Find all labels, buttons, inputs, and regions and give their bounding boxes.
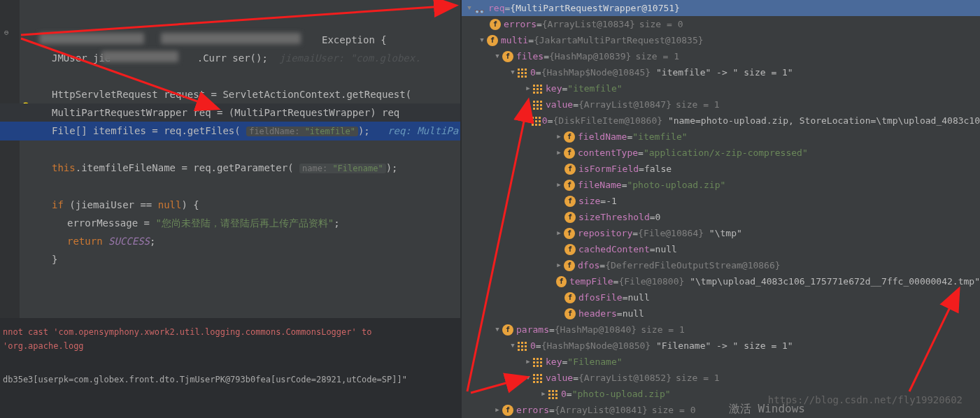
tree-node[interactable]: ftempFile = {File@10800} "\tmp\upload_40… xyxy=(462,273,980,289)
code-area[interactable]: Exception { JMUser jie .Curr ser(); jiem… xyxy=(0,0,460,318)
debugger-variables-panel[interactable]: ▼👓req = {MultiPartRequestWrapper@10751} … xyxy=(462,0,980,418)
tree-node[interactable]: ▼fparams = {HashMap@10840}size = 1 xyxy=(462,322,980,338)
field-icon: f xyxy=(564,212,576,223)
tree-node[interactable]: fisFormField = false xyxy=(462,161,980,177)
list-icon xyxy=(533,84,543,94)
list-icon xyxy=(533,373,543,383)
tree-node[interactable]: fsize = -1 xyxy=(462,193,980,209)
tree-node[interactable]: ▶key = "itemfile" xyxy=(462,80,980,96)
tree-node[interactable]: ▼value = {ArrayList@10847}size = 1 xyxy=(462,96,980,113)
field-icon: f xyxy=(502,51,513,62)
code-text: .Curr ser(); xyxy=(197,52,268,64)
list-icon xyxy=(533,100,543,110)
tree-node[interactable]: ▼0 = {HashMap$Node@10845} "itemfile" -> … xyxy=(462,64,980,80)
tree-node[interactable]: ▶frepository = {File@10864} "\tmp" xyxy=(462,225,980,241)
field-icon: f xyxy=(564,180,575,191)
list-icon xyxy=(532,116,539,126)
field-icon: f xyxy=(564,244,576,255)
list-icon xyxy=(548,389,558,399)
code-line: errorMessage = "您尚未登陆，请登陆后再上传产品资料"; xyxy=(42,214,460,232)
list-icon xyxy=(533,357,543,367)
code-line: } xyxy=(42,250,460,268)
tree-node[interactable]: ▶key = "Filename" xyxy=(462,354,980,370)
field-icon: f xyxy=(564,308,576,319)
console-info-line: db35e3[userpk=com.globex.front.dto.TjmUs… xyxy=(3,373,457,387)
field-icon: f xyxy=(556,276,567,287)
field-icon: f xyxy=(564,147,575,159)
field-icon: f xyxy=(564,260,575,271)
field-icon: f xyxy=(487,35,498,46)
code-line: return SUCCESS; xyxy=(42,232,460,250)
field-icon: f xyxy=(564,131,575,143)
watch-icon: 👓 xyxy=(474,4,485,13)
code-text: Exception { xyxy=(322,34,387,45)
tree-node[interactable]: ▶ffileName = "photo-upload.zip" xyxy=(462,177,980,193)
inline-hint: jiemaiUser: "com.globex. xyxy=(279,52,420,64)
field-icon: f xyxy=(564,196,576,207)
list-icon xyxy=(518,68,527,78)
code-line: this.itemfileFileName = req.getParameter… xyxy=(42,159,460,178)
code-line-breakpoint: File[] itemfiles = req.getFiles( fieldNa… xyxy=(0,122,460,140)
tree-node[interactable]: ▶ffieldName = "itemfile" xyxy=(462,129,980,145)
csdn-watermark: https://blog.csdn.net/fly19920602 xyxy=(768,394,963,405)
tree-node[interactable]: fheaders = null xyxy=(462,305,980,322)
field-icon: f xyxy=(564,228,575,239)
tree-node[interactable]: ▼fmulti = {JakartaMultiPartRequest@10835… xyxy=(462,32,980,48)
code-line-highlighted: MultiPartRequestWrapper req = (MultiPart… xyxy=(0,103,460,122)
field-icon: f xyxy=(490,19,501,30)
list-icon xyxy=(518,341,527,351)
console-panel[interactable]: nnot cast 'com.opensymphony.xwork2.util.… xyxy=(0,319,460,418)
tree-node[interactable]: ferrors = {ArrayList@10834}size = 0 xyxy=(462,16,980,32)
tree-node[interactable]: fsizeThreshold = 0 xyxy=(462,209,980,225)
tree-node[interactable]: fcachedContent = null xyxy=(462,241,980,257)
tree-node[interactable]: fdfosFile = null xyxy=(462,289,980,305)
code-line: HttpServletRequest request = ServletActi… xyxy=(42,85,460,103)
field-icon: f xyxy=(564,164,576,175)
tree-node[interactable]: ▼ffiles = {HashMap@10839}size = 1 xyxy=(462,48,980,64)
field-icon: f xyxy=(502,405,513,416)
tree-node[interactable]: ▼0 = {DiskFileItem@10860} "name=photo-up… xyxy=(462,113,980,129)
tree-node-root[interactable]: ▼👓req = {MultiPartRequestWrapper@10751} xyxy=(462,0,980,16)
tree-node[interactable]: ▶fcontentType = "application/x-zip-compr… xyxy=(462,145,980,161)
tree-node[interactable]: ▶fdfos = {DeferredFileOutputStream@10866… xyxy=(462,257,980,273)
tree-node[interactable]: ▼value = {ArrayList@10852}size = 1 xyxy=(462,370,980,386)
tree-node[interactable]: ▼0 = {HashMap$Node@10850} "Filename" -> … xyxy=(462,338,980,354)
field-icon: f xyxy=(564,292,576,303)
console-error-line: nnot cast 'com.opensymphony.xwork2.util.… xyxy=(3,325,457,353)
code-line: if (jiemaiUser == null) { xyxy=(42,196,460,214)
code-editor-panel: ⊖ 💡 Exception { JMUser jie .Curr ser(); … xyxy=(0,0,460,418)
field-icon: f xyxy=(502,324,513,336)
